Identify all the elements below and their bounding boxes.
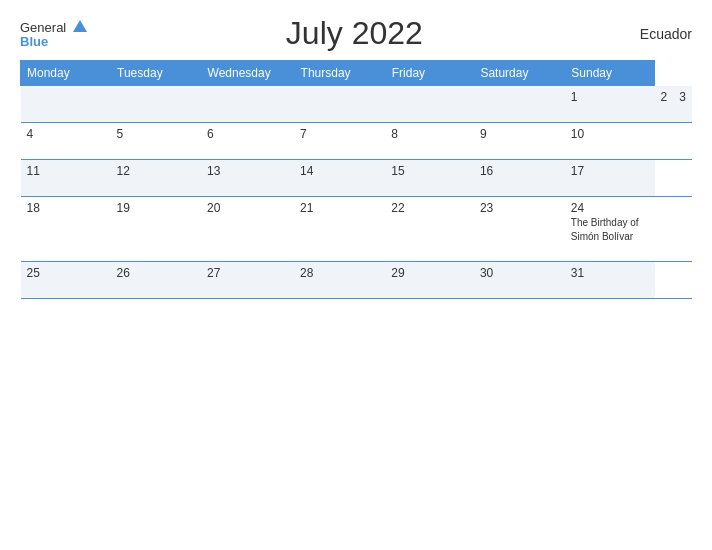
calendar-day: 7	[294, 123, 385, 160]
calendar-day: 14	[294, 160, 385, 197]
day-number: 28	[300, 266, 379, 280]
calendar-day: 28	[294, 262, 385, 299]
day-number: 24	[571, 201, 649, 215]
day-number: 15	[391, 164, 468, 178]
calendar-day: 29	[385, 262, 474, 299]
day-number: 16	[480, 164, 559, 178]
calendar-container: General Blue July 2022 Ecuador Monday Tu…	[0, 0, 712, 550]
calendar-day: 13	[201, 160, 294, 197]
calendar-week-row: 18192021222324The Birthday of Simón Bolí…	[21, 197, 693, 262]
calendar-day: 6	[201, 123, 294, 160]
calendar-week-row: 123	[21, 86, 693, 123]
day-number: 13	[207, 164, 288, 178]
calendar-day: 3	[673, 86, 692, 123]
calendar-day: 22	[385, 197, 474, 262]
calendar-day	[474, 86, 565, 123]
calendar-day	[385, 86, 474, 123]
weekday-saturday: Saturday	[474, 61, 565, 86]
calendar-day: 12	[111, 160, 201, 197]
calendar-week-row: 11121314151617	[21, 160, 693, 197]
day-number: 8	[391, 127, 468, 141]
day-number: 10	[571, 127, 649, 141]
day-number: 9	[480, 127, 559, 141]
calendar-day: 4	[21, 123, 111, 160]
country-label: Ecuador	[622, 26, 692, 42]
logo-general: General	[20, 19, 87, 35]
day-number: 3	[679, 90, 686, 104]
calendar-day: 1	[565, 86, 655, 123]
logo-general-text: General	[20, 20, 66, 35]
calendar-week-row: 45678910	[21, 123, 693, 160]
day-number: 27	[207, 266, 288, 280]
calendar-day: 30	[474, 262, 565, 299]
calendar-day: 18	[21, 197, 111, 262]
day-number: 23	[480, 201, 559, 215]
day-number: 1	[571, 90, 649, 104]
calendar-day: 24The Birthday of Simón Bolívar	[565, 197, 655, 262]
day-number: 4	[27, 127, 105, 141]
calendar-day: 21	[294, 197, 385, 262]
calendar-day: 17	[565, 160, 655, 197]
day-number: 30	[480, 266, 559, 280]
calendar-day-empty	[111, 86, 201, 123]
calendar-day: 10	[565, 123, 655, 160]
calendar-day: 26	[111, 262, 201, 299]
calendar-day: 23	[474, 197, 565, 262]
calendar-day: 8	[385, 123, 474, 160]
calendar-day: 27	[201, 262, 294, 299]
day-number: 31	[571, 266, 649, 280]
day-number: 17	[571, 164, 649, 178]
day-number: 6	[207, 127, 288, 141]
day-number: 26	[117, 266, 195, 280]
calendar-day: 9	[474, 123, 565, 160]
day-number: 21	[300, 201, 379, 215]
weekday-tuesday: Tuesday	[111, 61, 201, 86]
day-number: 20	[207, 201, 288, 215]
day-number: 19	[117, 201, 195, 215]
calendar-day: 15	[385, 160, 474, 197]
day-number: 12	[117, 164, 195, 178]
weekday-monday: Monday	[21, 61, 111, 86]
day-number: 5	[117, 127, 195, 141]
weekday-header-row: Monday Tuesday Wednesday Thursday Friday…	[21, 61, 693, 86]
day-number: 18	[27, 201, 105, 215]
weekday-wednesday: Wednesday	[201, 61, 294, 86]
weekday-thursday: Thursday	[294, 61, 385, 86]
calendar-day: 11	[21, 160, 111, 197]
calendar-day: 19	[111, 197, 201, 262]
day-number: 11	[27, 164, 105, 178]
calendar-title: July 2022	[87, 15, 622, 52]
calendar-day: 31	[565, 262, 655, 299]
logo-triangle-icon	[73, 20, 87, 32]
day-number: 22	[391, 201, 468, 215]
logo: General Blue	[20, 19, 87, 48]
calendar-day-empty	[21, 86, 111, 123]
event-text: The Birthday of Simón Bolívar	[571, 217, 639, 242]
day-number: 14	[300, 164, 379, 178]
logo-blue-text: Blue	[20, 35, 48, 48]
calendar-day: 20	[201, 197, 294, 262]
calendar-day-empty	[201, 86, 294, 123]
calendar-day: 2	[655, 86, 674, 123]
calendar-day	[294, 86, 385, 123]
day-number: 7	[300, 127, 379, 141]
calendar-header: General Blue July 2022 Ecuador	[20, 15, 692, 52]
weekday-sunday: Sunday	[565, 61, 655, 86]
weekday-friday: Friday	[385, 61, 474, 86]
day-number: 2	[661, 90, 668, 104]
calendar-day: 25	[21, 262, 111, 299]
day-number: 25	[27, 266, 105, 280]
calendar-table: Monday Tuesday Wednesday Thursday Friday…	[20, 60, 692, 299]
day-number: 29	[391, 266, 468, 280]
calendar-week-row: 25262728293031	[21, 262, 693, 299]
calendar-day: 16	[474, 160, 565, 197]
calendar-day: 5	[111, 123, 201, 160]
